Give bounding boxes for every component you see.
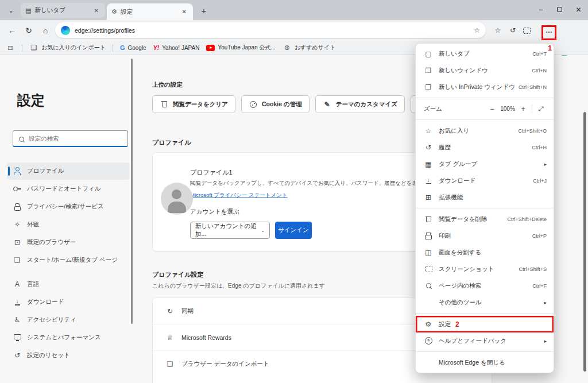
cookie-icon xyxy=(249,100,258,109)
sidebar-item-label: 外観 xyxy=(27,220,39,229)
page-scrollbar[interactable] xyxy=(583,112,586,372)
menu-item-label: ヘルプとフィードバック xyxy=(439,337,506,345)
divider xyxy=(113,44,113,52)
settings-search[interactable] xyxy=(13,130,128,147)
history-icon: ↺ xyxy=(424,143,433,152)
new-tab-button[interactable]: + xyxy=(198,4,210,17)
sidebar-item-monitor[interactable]: システムとパフォーマンス xyxy=(7,329,130,346)
refresh-button[interactable]: ↻ xyxy=(21,23,36,38)
menu-item-new-tab[interactable]: ▢新しいタブCtrl+T xyxy=(416,45,554,62)
capture-icon xyxy=(522,26,531,35)
menu-item-screenshot[interactable]: スクリーンショットCtrl+Shift+S xyxy=(416,261,554,277)
tab-search-caret-icon[interactable]: ⌄ xyxy=(5,5,17,16)
close-window-button[interactable]: ✕ xyxy=(569,0,588,19)
sidebar-item-accessibility[interactable]: ♿アクセシビリティ xyxy=(7,311,130,328)
favorite-star-icon[interactable]: ☆ xyxy=(474,26,480,34)
bookmark-item[interactable]: Y!Yahoo! JAPAN xyxy=(153,44,200,51)
signin-button[interactable]: サインイン xyxy=(275,222,312,239)
menu-item-Microsoft Edge を閉じる[interactable]: Microsoft Edge を閉じる xyxy=(416,354,554,371)
menu-item-print[interactable]: 印刷Ctrl+P xyxy=(416,227,554,244)
inprivate-icon: ❒ xyxy=(424,83,433,92)
menu-item-label: お気に入り xyxy=(439,127,469,135)
menu-item-split-screen[interactable]: ◫画面を分割する xyxy=(416,244,554,261)
menu-item-その他のツール[interactable]: その他のツール▸ xyxy=(416,294,554,311)
sidebar-panel-icon[interactable]: ⊟ xyxy=(6,43,15,52)
help-icon xyxy=(425,337,432,345)
menu-item-tab-groups[interactable]: ▦タブ グループ▸ xyxy=(416,156,554,172)
sidebar-scrollbar[interactable] xyxy=(131,59,133,324)
settings-nav: プロファイルパスワードとオートフィルプライバシー/検索/サービス✧外観⊡既定のブ… xyxy=(7,163,130,365)
favorites-icon[interactable]: ☆ xyxy=(490,23,505,38)
tab-title: 新しいタブ xyxy=(34,6,65,14)
sparkle-icon: ✧ xyxy=(13,220,22,229)
search-input[interactable] xyxy=(13,130,128,147)
maximize-button[interactable] xyxy=(550,0,569,19)
menu-item-favorites[interactable]: ☆お気に入りCtrl+Shift+O xyxy=(416,122,554,139)
language-icon: A xyxy=(13,280,22,289)
close-tab-icon[interactable]: ✕ xyxy=(92,6,100,15)
history-icon[interactable]: ↺ xyxy=(505,23,520,38)
tab-settings[interactable]: ⚙ 設定 ✕ xyxy=(107,3,193,20)
submenu-arrow-icon: ▸ xyxy=(544,161,547,167)
sidebar-item-label: 設定のリセット xyxy=(27,351,70,359)
menu-item-label: 新しいウィンドウ xyxy=(439,67,488,75)
cookie-quick-button[interactable]: Cookie の管理 xyxy=(241,95,310,113)
home-button[interactable]: ⌂ xyxy=(38,23,53,38)
menu-item-icon-slot: ☆ xyxy=(424,126,433,136)
bookmark-item[interactable]: YouTube Japan 公式... xyxy=(206,44,275,52)
menu-item-icon-slot: ❒ xyxy=(424,83,433,92)
bookmark-item[interactable]: ❏お気に入りのインポート xyxy=(29,43,106,52)
sidebar-item-page[interactable]: ❏スタート/ホーム/新規タブ ページ xyxy=(7,252,130,269)
menu-item-icon-slot xyxy=(424,265,433,274)
search-icon xyxy=(17,134,26,144)
browser-menu: ▢新しいタブCtrl+T❐新しいウィンドウCtrl+N❒新しい InPrivat… xyxy=(415,43,554,373)
menu-item-zoom[interactable]: ズーム−100%+⤢ xyxy=(416,100,554,117)
menu-item-label: Microsoft Edge を閉じる xyxy=(439,359,505,367)
bookmark-item[interactable]: GGoogle xyxy=(120,44,146,51)
web-capture-icon[interactable] xyxy=(519,23,534,38)
trash-quick-button[interactable]: 閲覧データをクリア xyxy=(152,95,235,113)
bookmark-item[interactable]: ⊕おすすめサイト xyxy=(283,43,336,52)
youtube-icon xyxy=(206,45,215,51)
sidebar-item-lock[interactable]: プライバシー/検索/サービス xyxy=(7,198,130,215)
annotation-label-2: 2 xyxy=(455,320,459,328)
menu-item-extensions[interactable]: ⊞拡張機能 xyxy=(416,189,554,206)
close-tab-icon[interactable]: ✕ xyxy=(180,7,188,16)
minimize-button[interactable]: − xyxy=(531,0,550,19)
back-button[interactable]: ← xyxy=(5,23,20,38)
menu-item-history[interactable]: ↺履歴Ctrl+H xyxy=(416,139,554,156)
menu-item-settings[interactable]: ⚙設定2 xyxy=(416,316,554,332)
sidebar-item-download[interactable]: ダウンロード xyxy=(7,293,130,311)
menu-item-inprivate[interactable]: ❒新しい InPrivate ウィンドウCtrl+Shift+N xyxy=(416,79,554,95)
account-select[interactable]: 新しいアカウントの追加... ⌄ xyxy=(190,222,270,239)
sidebar-item-browser[interactable]: ⊡既定のブラウザー xyxy=(7,234,130,251)
bookmark-label: Yahoo! JAPAN xyxy=(162,45,199,51)
sidebar-item-person[interactable]: プロファイル xyxy=(7,163,130,180)
menu-item-label: ズーム xyxy=(424,105,442,113)
theme-quick-button[interactable]: ✎テーマのカスタマイズ xyxy=(315,95,405,113)
extensions-icon: ⊞ xyxy=(424,193,433,202)
sidebar-item-reset[interactable]: ↺設定のリセット xyxy=(7,347,130,364)
tab-title: 設定 xyxy=(121,8,133,16)
google-icon: G xyxy=(120,44,125,51)
menu-item-help[interactable]: ヘルプとフィードバック▸ xyxy=(416,332,554,349)
menu-item-delete-data[interactable]: 閲覧データを削除Ctrl+Shift+Delete xyxy=(416,211,554,227)
menu-item-shortcut: Ctrl+N xyxy=(532,68,547,73)
zoom-in-button[interactable]: + xyxy=(517,105,529,113)
address-bar[interactable]: edge://settings/profiles ☆ xyxy=(55,22,486,38)
zoom-out-button[interactable]: − xyxy=(486,105,498,113)
sidebar-item-language[interactable]: A言語 xyxy=(7,276,130,293)
sidebar-item-key[interactable]: パスワードとオートフィル xyxy=(7,180,130,198)
sidebar-item-label: スタート/ホーム/新規タブ ページ xyxy=(27,256,118,264)
annotation-box-1 xyxy=(541,25,556,40)
sidebar-item-label: アクセシビリティ xyxy=(27,316,76,324)
fullscreen-icon[interactable]: ⤢ xyxy=(535,105,547,113)
privacy-statement-link[interactable]: Microsoft プライバシー ステートメント xyxy=(190,192,288,199)
url-text[interactable]: edge://settings/profiles xyxy=(75,27,135,34)
menu-item-new-window[interactable]: ❐新しいウィンドウCtrl+N xyxy=(416,62,554,79)
tab-new-tab[interactable]: ▤ 新しいタブ ✕ xyxy=(21,3,105,18)
folder-arrow-icon: ❏ xyxy=(29,43,38,52)
menu-item-find[interactable]: ページ内の検索Ctrl+F xyxy=(416,277,554,294)
sidebar-item-sparkle[interactable]: ✧外観 xyxy=(7,216,130,233)
menu-item-download[interactable]: ダウンロードCtrl+J xyxy=(416,172,554,189)
